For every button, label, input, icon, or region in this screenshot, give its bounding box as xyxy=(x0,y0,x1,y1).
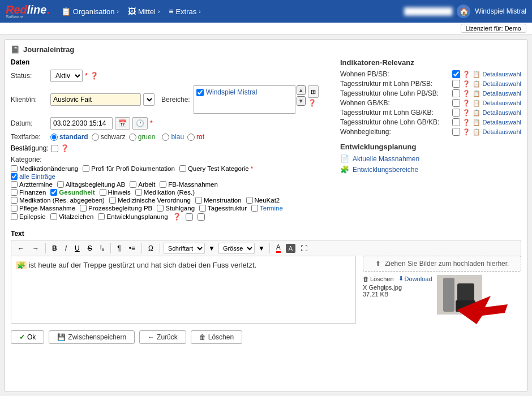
cat-medikation-res-cb[interactable] xyxy=(135,189,142,196)
text-editor[interactable]: 🧩 ist heute auf der Treppe gestürzt und … xyxy=(11,256,356,324)
cat-neukat2-cb[interactable] xyxy=(246,197,253,204)
indikator-tages-lohn-pb-list[interactable]: 📋 xyxy=(473,80,480,88)
loeschen-button[interactable]: 🗑 Löschen xyxy=(191,330,242,344)
nav-extras[interactable]: ≡ Extras › xyxy=(169,7,200,16)
indikator-wohnbegleitung-list[interactable]: 📋 xyxy=(473,128,480,136)
font-size-select[interactable]: Grösse xyxy=(218,243,255,254)
cat-hinweis-cb[interactable] xyxy=(100,189,106,196)
cat-alle-cb[interactable] xyxy=(11,173,18,180)
indikator-wohnen-pb-list[interactable]: 📋 xyxy=(473,71,480,78)
undo-btn[interactable]: ← xyxy=(15,243,27,253)
indikator-wohnen-pb-detail[interactable]: Detailauswahl xyxy=(483,71,521,78)
indikator-tages-lohn-gb-cb[interactable] xyxy=(452,109,460,117)
bereiche-scroll-down[interactable]: ▼ xyxy=(297,96,306,106)
status-help-icon[interactable]: ❓ xyxy=(90,72,98,80)
special-char-btn[interactable]: Ω xyxy=(145,243,156,253)
indikator-wohnbegleitung-cb[interactable] xyxy=(452,128,460,136)
cat-alltagsbegleitung-cb[interactable] xyxy=(57,181,64,188)
cat-medikationaenderung-cb[interactable] xyxy=(11,165,18,172)
indikator-tages-lohn-pb-cb[interactable] xyxy=(452,80,460,88)
cat-stuhlgang-cb[interactable] xyxy=(157,205,164,212)
bg-color-btn[interactable]: A xyxy=(286,244,295,253)
indikator-wohnbegleitung-detail[interactable]: Detailauswahl xyxy=(483,128,521,135)
underline-btn[interactable]: U xyxy=(72,243,83,253)
cat-menstruation-cb[interactable] xyxy=(195,197,202,204)
cat-extra-cb2[interactable] xyxy=(198,213,205,221)
indikator-tages-ohnelohn-gb-detail[interactable]: Detailauswahl xyxy=(483,119,521,126)
status-select[interactable]: Aktiv xyxy=(50,70,83,82)
radio-blau[interactable]: blau xyxy=(162,133,184,141)
indikator-tages-lohn-gb-list[interactable]: 📋 xyxy=(473,109,480,117)
nav-mittel[interactable]: 🖼 Mittel › xyxy=(128,7,160,16)
cat-prozessbegleitung-cb[interactable] xyxy=(80,205,87,212)
cat-arzttermine-cb[interactable] xyxy=(11,181,18,188)
cat-query-cb[interactable] xyxy=(179,165,186,172)
font-family-select[interactable]: Schriftart xyxy=(164,243,205,254)
indikator-tages-lohn-gb-info[interactable]: ❓ xyxy=(462,109,470,117)
clock-icon[interactable]: 🕐 xyxy=(132,117,148,130)
cat-vitalzeichen-cb[interactable] xyxy=(50,213,57,220)
indikator-tages-ohnelohn-pb-cb[interactable] xyxy=(452,89,460,97)
bestaetigung-help-icon[interactable]: ❓ xyxy=(61,144,69,152)
indikator-tages-ohnelohn-pb-list[interactable]: 📋 xyxy=(473,90,480,97)
upload-drop-zone[interactable]: ⬆ Ziehen Sie Bilder zum hochladen hierhe… xyxy=(363,256,521,272)
fullscreen-btn[interactable]: ⛶ xyxy=(298,243,310,253)
indikator-tages-ohnelohn-pb-info[interactable]: ❓ xyxy=(462,90,470,97)
bereiche-expand-btn[interactable]: ⊞ xyxy=(308,85,319,98)
klient-input[interactable] xyxy=(50,93,141,106)
indikator-wohnen-gb-cb[interactable] xyxy=(452,99,460,107)
bereiche-checkbox[interactable] xyxy=(196,89,204,96)
cat-entwicklungsplanung-cb[interactable] xyxy=(98,213,105,220)
indikator-wohnen-pb-cb[interactable] xyxy=(452,70,460,78)
indikator-tages-lohn-pb-info[interactable]: ❓ xyxy=(462,80,470,88)
datum-input[interactable] xyxy=(50,117,113,130)
cat-pflege-cb[interactable] xyxy=(11,205,18,212)
indikator-tages-ohnelohn-gb-cb[interactable] xyxy=(452,118,460,126)
calendar-icon[interactable]: 📅 xyxy=(115,117,130,130)
unordered-list-btn[interactable]: •≡ xyxy=(126,243,138,253)
strikethrough-btn[interactable]: S xyxy=(85,243,95,253)
zurueck-button[interactable]: ← Zurück xyxy=(139,330,186,344)
klient-dropdown[interactable]: ▼ xyxy=(143,93,155,106)
indikator-wohnen-gb-detail[interactable]: Detailauswahl xyxy=(483,100,521,106)
bereiche-help-icon[interactable]: ❓ xyxy=(308,99,319,107)
ordered-list-btn[interactable]: ¶ xyxy=(114,243,123,253)
cat-fb-massnahmen-cb[interactable] xyxy=(160,181,166,188)
entwicklungsbereiche-link[interactable]: 🧩 Entwicklungsbereiche xyxy=(340,165,521,174)
zwischenspeichern-button[interactable]: 💾 Zwischenspeichern xyxy=(49,330,135,344)
cat-medizinische-verordnung-cb[interactable] xyxy=(109,197,116,204)
nav-organisation[interactable]: 📋 Organisation › xyxy=(61,7,119,16)
cat-finanzen-cb[interactable] xyxy=(11,189,18,196)
cat-profi-cb[interactable] xyxy=(83,165,89,172)
cat-tagesstruktur-cb[interactable] xyxy=(199,205,206,212)
aktuelle-massnahmen-link[interactable]: 📄 Aktuelle Massnahmen xyxy=(340,154,521,163)
indikator-wohnen-gb-list[interactable]: 📋 xyxy=(473,100,480,107)
cat-help-icon[interactable]: ❓ xyxy=(173,213,181,221)
radio-schwarz[interactable]: schwarz xyxy=(92,133,126,141)
indikator-wohnbegleitung-info[interactable]: ❓ xyxy=(462,128,470,136)
indikator-tages-lohn-gb-detail[interactable]: Detailauswahl xyxy=(483,109,521,116)
font-color-btn[interactable]: A xyxy=(273,242,284,254)
cat-gesundheit-cb[interactable] xyxy=(50,189,57,196)
cat-extra-cb1[interactable] xyxy=(186,213,193,221)
delete-button[interactable]: 🗑 Löschen xyxy=(363,276,394,282)
radio-standard[interactable]: standard xyxy=(50,133,88,141)
clear-format-btn[interactable]: Ix xyxy=(97,243,108,253)
radio-rot[interactable]: rot xyxy=(187,133,204,141)
cat-arbeit-cb[interactable] xyxy=(130,181,136,188)
radio-gruen[interactable]: gruen xyxy=(129,133,156,141)
indikator-tages-ohnelohn-gb-list[interactable]: 📋 xyxy=(473,119,480,126)
bereiche-link[interactable]: Windspiel Mistral xyxy=(206,88,258,96)
bold-btn[interactable]: B xyxy=(49,243,60,253)
bestaetigung-checkbox[interactable] xyxy=(51,145,58,152)
indikator-wohnen-gb-info[interactable]: ❓ xyxy=(462,100,470,107)
cat-epilepsie-cb[interactable] xyxy=(11,213,18,220)
indikator-tages-lohn-pb-detail[interactable]: Detailauswahl xyxy=(483,80,521,87)
cat-medikation-res-abgegeben-cb[interactable] xyxy=(11,197,18,204)
license-button[interactable]: Lizenziert für: Demo xyxy=(461,24,526,33)
ok-button[interactable]: ✓ Ok xyxy=(11,330,44,344)
download-button[interactable]: ⬇ Download xyxy=(398,275,432,282)
indikator-tages-ohnelohn-gb-info[interactable]: ❓ xyxy=(462,119,470,126)
indikator-wohnen-pb-info[interactable]: ❓ xyxy=(462,71,470,78)
indikator-tages-ohnelohn-pb-detail[interactable]: Detailauswahl xyxy=(483,90,521,97)
